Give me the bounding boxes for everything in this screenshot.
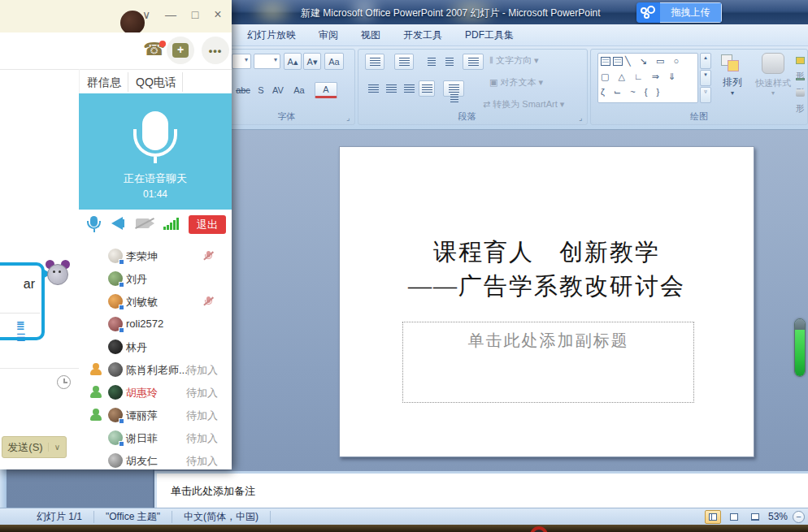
pending-status: 待加入 <box>186 409 218 423</box>
microphone-icon-stem <box>154 157 157 163</box>
tab-slideshow[interactable]: 幻灯片放映 <box>236 24 307 46</box>
shape-gallery[interactable]: ╲ ↘ ▭ ○ ▢ △ ∟ ⇒ ⇓ ζ ⌙ ~ { } <box>597 53 698 103</box>
pending-user-icon <box>90 386 102 398</box>
netdisk-upload-widget[interactable]: 拖拽上传 <box>636 2 722 23</box>
normal-view-button[interactable] <box>705 510 721 524</box>
status-slide-number: 幻灯片 1/1 <box>0 511 94 523</box>
qq-toolbar: ☎ + ••• <box>0 32 232 69</box>
align-text-button[interactable]: ▣ 对齐文本 ▾ <box>489 76 544 89</box>
list-item[interactable]: 刘敏敏 <box>79 290 232 313</box>
avatar <box>108 453 123 468</box>
text-shadow-button[interactable]: S <box>254 83 267 97</box>
close-button[interactable]: × <box>208 6 228 23</box>
minimize-button[interactable]: — <box>161 6 180 23</box>
tab-pdf-tools[interactable]: PDF工具集 <box>454 24 525 46</box>
bullets-button[interactable] <box>365 54 384 70</box>
list-item[interactable]: 林丹 <box>79 335 232 358</box>
qq-window: ∨ — □ × ☎ + ••• 群信息 QQ电话 正在语音聊天 01:44 <box>0 0 232 469</box>
align-center-button[interactable] <box>383 80 399 97</box>
shape-outline-button[interactable]: 形 <box>796 69 808 85</box>
slide-sorter-icon <box>730 513 738 521</box>
justify-button[interactable] <box>419 80 435 97</box>
taskbar-app-icon[interactable] <box>530 526 548 532</box>
increase-indent-button[interactable] <box>441 54 458 70</box>
subtitle-placeholder[interactable]: 单击此处添加副标题 <box>402 322 694 403</box>
signal-strength-icon <box>163 217 181 230</box>
numbering-button[interactable] <box>394 54 414 70</box>
upload-button[interactable]: 拖拽上传 <box>660 2 722 23</box>
ellipsis-icon: ••• <box>209 45 223 57</box>
paragraph-group: ⦀ 文字方向 ▾ ▣ 对齐文本 ▾ ⇄ 转换为 SmartArt ▾ 段落 ⌟ <box>358 49 588 125</box>
strikethrough-button[interactable]: abc <box>233 83 253 97</box>
quick-styles-button[interactable]: 快速样式 ▾ <box>752 53 794 97</box>
columns-button[interactable] <box>443 80 464 97</box>
grow-font-button[interactable]: A▴ <box>284 53 302 70</box>
list-item[interactable]: 刘丹 <box>79 267 232 290</box>
tab-view[interactable]: 视图 <box>350 24 392 46</box>
change-case-button[interactable]: Aa <box>290 83 308 97</box>
font-color-button[interactable]: A <box>315 82 337 98</box>
text-direction-icon: ⦀ <box>489 55 493 65</box>
clear-formatting-button[interactable]: Aa <box>324 53 344 70</box>
tab-group-info[interactable]: 群信息 <box>87 70 121 94</box>
list-item[interactable]: 谭丽萍 待加入 <box>79 404 232 426</box>
gallery-more-button[interactable]: ▿ <box>700 87 711 103</box>
notes-placeholder[interactable]: 单击此处添加备注 <box>171 484 255 499</box>
line-spacing-button[interactable] <box>463 54 484 70</box>
notes-pane[interactable]: 单击此处添加备注 <box>154 474 808 508</box>
list-item[interactable]: roli2572 <box>79 313 232 335</box>
slideshow-button[interactable] <box>747 510 763 524</box>
call-status-text: 正在语音聊天 <box>79 171 232 186</box>
text-direction-button[interactable]: ⦀ 文字方向 ▾ <box>489 54 540 67</box>
avatar <box>108 362 123 377</box>
font-size-combo[interactable]: ▾ <box>254 54 280 69</box>
list-item[interactable]: 谢日菲 待加入 <box>79 426 232 449</box>
list-item[interactable]: 胡惠玲 待加入 <box>79 381 232 404</box>
status-language[interactable]: 中文(简体，中国) <box>172 511 271 523</box>
paragraph-dialog-launcher[interactable]: ⌟ <box>576 113 585 123</box>
netdisk-logo-icon <box>636 2 660 23</box>
screen-share-button[interactable]: + <box>167 37 194 64</box>
character-spacing-button[interactable]: AV <box>269 83 287 97</box>
collapse-window-button[interactable]: ∨ <box>137 6 156 23</box>
list-item[interactable]: 李荣坤 <box>79 244 232 267</box>
tab-developer[interactable]: 开发工具 <box>392 24 454 46</box>
align-text-icon: ▣ <box>489 77 497 87</box>
more-actions-button[interactable]: ••• <box>202 37 229 64</box>
shape-format-column: 形 形 形 <box>796 53 808 118</box>
file-message-card[interactable]: ar ≣ ☰ <box>0 262 45 340</box>
align-right-button[interactable] <box>401 80 417 97</box>
maximize-button[interactable]: □ <box>185 6 205 23</box>
status-bar: 幻灯片 1/1 "Office 主题" 中文(简体，中国) 53% − <box>0 508 808 525</box>
shape-fill-button[interactable]: 形 <box>796 53 808 69</box>
history-clock-icon[interactable] <box>57 375 71 389</box>
zoom-level[interactable]: 53% <box>768 511 788 522</box>
shape-effects-button[interactable]: 形 <box>796 85 808 102</box>
send-options-dropdown[interactable]: ∨ <box>48 443 66 452</box>
send-button[interactable]: 发送(S) ∨ <box>2 436 67 458</box>
smartart-button[interactable]: ⇄ 转换为 SmartArt ▾ <box>482 97 565 111</box>
decrease-indent-button[interactable] <box>424 54 440 70</box>
muted-mic-icon <box>202 296 214 308</box>
tab-qq-call[interactable]: QQ电话 <box>136 70 176 94</box>
font-dialog-launcher[interactable]: ⌟ <box>343 113 353 123</box>
arrange-button[interactable]: 排列 ▾ <box>715 53 750 97</box>
file-action-icons[interactable]: ≣ ☰ <box>16 319 41 344</box>
slide-title-text[interactable]: 课程育人 创新教学 ——广告学系教改研讨会 <box>340 235 754 303</box>
slide-sorter-button[interactable] <box>726 510 742 524</box>
vertical-textbox-icon <box>613 57 623 66</box>
tab-review[interactable]: 审阅 <box>307 24 350 46</box>
gallery-scroll-down[interactable]: ▾ <box>700 70 711 86</box>
shrink-font-button[interactable]: A▾ <box>303 53 321 70</box>
list-item[interactable]: 胡友仁 待加入 <box>79 449 232 469</box>
align-left-button[interactable] <box>365 80 381 97</box>
pending-status: 待加入 <box>186 363 218 378</box>
zoom-out-button[interactable]: − <box>793 511 805 523</box>
slide-canvas[interactable]: 课程育人 创新教学 ——广告学系教改研讨会 单击此处添加副标题 <box>339 146 754 457</box>
mic-icon-stem <box>93 229 95 232</box>
gallery-scroll-up[interactable]: ▴ <box>700 53 711 69</box>
list-item[interactable]: 陈肖利老师... 待加入 <box>79 358 232 381</box>
volume-indicator-level <box>795 330 805 377</box>
exit-call-button[interactable]: 退出 <box>189 215 226 234</box>
font-name-combo[interactable]: ▾ <box>232 54 251 69</box>
